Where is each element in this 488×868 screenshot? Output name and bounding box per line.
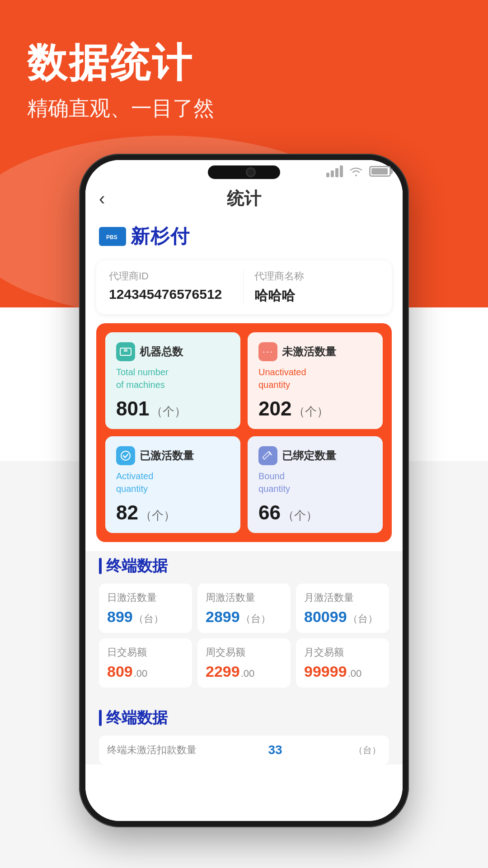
stat-unactivated: ··· 未激活数量 Unactivatedquantity 202（个）: [248, 332, 383, 429]
header-title: 数据统计: [27, 36, 214, 90]
daily-activation-unit: （台）: [134, 613, 164, 624]
weekly-activation-label: 周激活数量: [206, 591, 282, 604]
weekly-activation-value: 2899: [206, 608, 240, 625]
stat-header-total: 机器总数: [116, 342, 230, 361]
stat-value-total: 801: [116, 397, 149, 420]
app-logo-section: PBS 新杉付: [85, 219, 403, 256]
info-card: 代理商ID 124345476576512 代理商名称 哈哈哈: [96, 260, 392, 314]
monthly-transaction-unit: .00: [348, 668, 362, 679]
stat-icon-total: [116, 342, 135, 361]
monthly-activation-value: 80099: [304, 608, 347, 625]
agent-id-section: 代理商ID 124345476576512: [109, 269, 244, 305]
svg-point-4: [121, 451, 130, 460]
monthly-transaction-value: 99999: [304, 663, 347, 680]
stat-icon-bound: [258, 446, 277, 465]
agent-name-value: 哈哈哈: [254, 287, 380, 305]
terminal-preview-label: 终端未激活扣款数量: [107, 743, 197, 757]
monthly-transaction-label: 月交易额: [304, 646, 381, 659]
monthly-transaction: 月交易额 99999.00: [296, 638, 389, 688]
stat-value-activated: 82: [116, 501, 138, 524]
weekly-transaction-unit: .00: [241, 668, 255, 679]
terminal-row-2: 日交易额 809.00 周交易额 2299.00 月交易额 99999.00: [99, 638, 389, 688]
stat-sub-activated: Activatedquantity: [116, 470, 230, 495]
stat-unit-total: （个）: [151, 405, 186, 418]
daily-transaction: 日交易额 809.00: [99, 638, 192, 688]
terminal-preview-row: 终端未激活扣款数量 33（台）: [99, 736, 389, 764]
stat-name-bound: 已绑定数量: [282, 448, 336, 463]
terminal-title-2: 终端数据: [99, 708, 389, 728]
stat-unit-activated: （个）: [140, 509, 175, 522]
status-bar: [97, 160, 391, 183]
agent-name-label: 代理商名称: [254, 269, 380, 283]
phone-shell: ‹ 统计 PBS 新杉付 代理商ID: [79, 154, 409, 827]
stat-activated: 已激活数量 Activatedquantity 82（个）: [105, 436, 240, 533]
agent-id-value: 124345476576512: [109, 287, 234, 302]
weekly-transaction: 周交易额 2299.00: [197, 638, 291, 688]
terminal-preview-value: 33: [268, 743, 282, 757]
stat-sub-unactivated: Unactivatedquantity: [258, 366, 372, 391]
daily-transaction-label: 日交易额: [107, 646, 184, 659]
header-section: 数据统计 精确直观、一目了然: [27, 36, 214, 123]
daily-transaction-value: 809: [107, 663, 133, 680]
stat-sub-total: Total numberof machines: [116, 366, 230, 391]
weekly-activation-unit: （台）: [241, 613, 271, 624]
weekly-transaction-value: 2299: [206, 663, 240, 680]
daily-activation: 日激活数量 899（台）: [99, 584, 192, 633]
signal-icon: [326, 165, 343, 177]
weekly-activation: 周激活数量 2899（台）: [197, 584, 291, 633]
svg-rect-3: [124, 349, 127, 352]
dots-icon: ···: [263, 346, 273, 358]
agent-id-label: 代理商ID: [109, 269, 234, 283]
stat-icon-activated: [116, 446, 135, 465]
phone-mockup: ‹ 统计 PBS 新杉付 代理商ID: [79, 154, 409, 827]
monthly-activation-label: 月激活数量: [304, 591, 381, 604]
stat-header-unactivated: ··· 未激活数量: [258, 342, 372, 361]
stat-name-total: 机器总数: [140, 344, 183, 359]
stat-bound: 已绑定数量 Boundquantity 66（个）: [248, 436, 383, 533]
header-subtitle: 精确直观、一目了然: [27, 94, 214, 123]
stat-total-machines: 机器总数 Total numberof machines 801（个）: [105, 332, 240, 429]
battery-icon: [369, 166, 391, 177]
daily-activation-value: 899: [107, 608, 133, 625]
terminal-section-1: 终端数据 日激活数量 899（台） 周激活数量 2899（台） 月激活数量 80: [85, 551, 403, 700]
battery-fill: [371, 168, 388, 175]
daily-activation-label: 日激活数量: [107, 591, 184, 604]
stat-name-unactivated: 未激活数量: [282, 344, 336, 359]
stat-icon-unactivated: ···: [258, 342, 277, 361]
stat-value-unactivated: 202: [258, 397, 291, 420]
weekly-transaction-label: 周交易额: [206, 646, 282, 659]
agent-name-section: 代理商名称 哈哈哈: [244, 269, 380, 305]
app-title: 统计: [227, 187, 261, 210]
terminal-preview-unit: （台）: [354, 744, 381, 756]
stat-name-activated: 已激活数量: [140, 448, 194, 463]
back-button[interactable]: ‹: [99, 189, 105, 209]
stat-header-activated: 已激活数量: [116, 446, 230, 465]
stat-unit-bound: （个）: [282, 509, 318, 522]
monthly-activation: 月激活数量 80099（台）: [296, 584, 389, 633]
stats-grid: 机器总数 Total numberof machines 801（个） ···: [105, 332, 383, 533]
stat-sub-bound: Boundquantity: [258, 470, 372, 495]
stats-card: 机器总数 Total numberof machines 801（个） ···: [96, 323, 392, 542]
stat-value-bound: 66: [258, 501, 281, 524]
wifi-icon: [349, 166, 363, 176]
svg-text:PBS: PBS: [106, 234, 117, 241]
daily-transaction-unit: .00: [134, 668, 148, 679]
stat-unit-unactivated: （个）: [293, 405, 328, 418]
terminal-section-2: 终端数据 终端未激活扣款数量 33（台）: [85, 700, 403, 764]
terminal-row-1: 日激活数量 899（台） 周激活数量 2899（台） 月激活数量 80099（台…: [99, 584, 389, 633]
logo-text: 新杉付: [131, 224, 190, 249]
app-content: ‹ 统计 PBS 新杉付 代理商ID: [85, 160, 403, 821]
monthly-activation-unit: （台）: [348, 613, 378, 624]
logo-icon: PBS: [99, 227, 126, 246]
stat-header-bound: 已绑定数量: [258, 446, 372, 465]
phone-screen: ‹ 统计 PBS 新杉付 代理商ID: [85, 160, 403, 821]
terminal-title-1: 终端数据: [99, 556, 389, 576]
